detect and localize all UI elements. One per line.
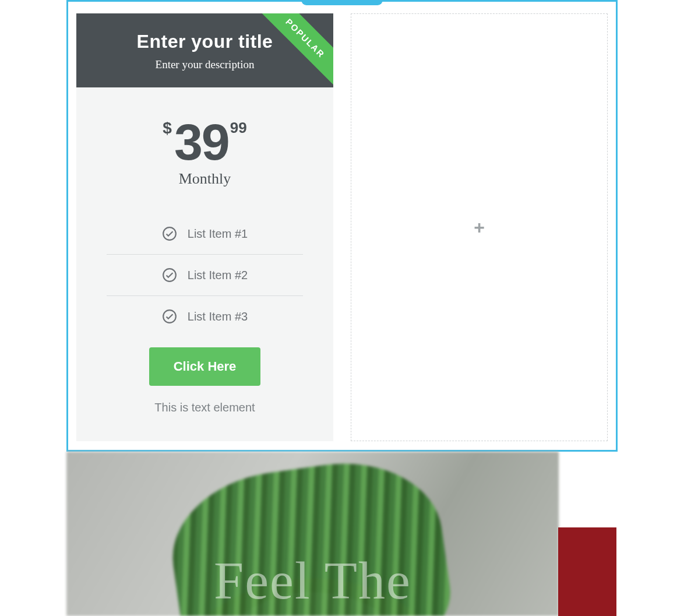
column-left[interactable]: POPULAR Enter your title Enter your desc… [76, 13, 333, 442]
pricing-description[interactable]: Enter your description [82, 58, 327, 71]
svg-point-2 [163, 310, 176, 323]
price-currency: $ [163, 120, 172, 136]
plus-icon: + [474, 218, 485, 237]
price-period: Monthly [76, 170, 333, 188]
price-block: $ 39 99 Monthly [76, 87, 333, 209]
page-root: POPULAR Enter your title Enter your desc… [0, 0, 698, 616]
hero-accent-block [558, 527, 616, 616]
list-item: List Item #3 [107, 296, 303, 337]
price-line: $ 39 99 [163, 117, 246, 168]
cta-wrap: Click Here [76, 347, 333, 386]
feature-label: List Item #1 [188, 227, 248, 241]
check-circle-icon [162, 226, 177, 241]
price-decimals: 99 [230, 120, 247, 135]
list-item: List Item #1 [107, 213, 303, 255]
price-amount: 39 [174, 117, 229, 168]
add-section-handle[interactable] [301, 0, 383, 5]
svg-point-1 [163, 269, 176, 281]
check-circle-icon [162, 267, 177, 283]
pricing-card[interactable]: POPULAR Enter your title Enter your desc… [76, 13, 333, 441]
hero-background-image [66, 452, 559, 616]
feature-label: List Item #3 [188, 310, 248, 323]
editor-section[interactable]: POPULAR Enter your title Enter your desc… [66, 0, 618, 452]
check-circle-icon [162, 309, 177, 324]
hero-greens-graphic [163, 452, 458, 616]
feature-label: List Item #2 [188, 269, 248, 282]
columns-row: POPULAR Enter your title Enter your desc… [68, 2, 616, 450]
pricing-footer-text[interactable]: This is text element [76, 401, 333, 414]
cta-button[interactable]: Click Here [149, 347, 261, 386]
empty-column-placeholder[interactable]: + [351, 13, 608, 441]
svg-point-0 [163, 227, 176, 240]
column-right[interactable]: + [351, 13, 608, 442]
list-item: List Item #2 [107, 255, 303, 296]
feature-list: List Item #1 List Item #2 [76, 209, 333, 337]
pricing-header: POPULAR Enter your title Enter your desc… [76, 13, 333, 87]
